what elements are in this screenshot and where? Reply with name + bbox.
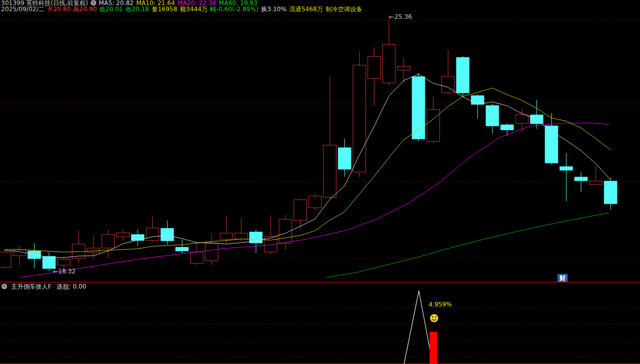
candle-body bbox=[0, 252, 11, 267]
candle-body bbox=[501, 125, 514, 130]
candle-body bbox=[397, 67, 410, 70]
candle-body bbox=[383, 44, 395, 83]
header-field: 量16958 bbox=[152, 6, 177, 13]
candle-body bbox=[58, 259, 70, 265]
candle-body bbox=[590, 181, 602, 184]
candle-body bbox=[471, 96, 484, 104]
smiley-eye bbox=[435, 316, 437, 318]
candle-body bbox=[324, 145, 336, 197]
ma5-line bbox=[5, 74, 610, 258]
header-field: 2025/09/02/二 bbox=[1, 6, 44, 13]
candle-body bbox=[235, 233, 248, 239]
candle-body bbox=[604, 181, 617, 204]
finance-badge[interactable]: 财 bbox=[557, 274, 568, 282]
candle-body bbox=[131, 235, 144, 240]
ma10-line bbox=[5, 88, 610, 252]
candle-body bbox=[176, 247, 189, 251]
header-field: 收20.18 bbox=[125, 6, 149, 13]
candle-body bbox=[353, 65, 366, 172]
candle-body bbox=[191, 252, 203, 263]
candle-body bbox=[117, 233, 129, 237]
header-field: 开20.80 bbox=[47, 6, 70, 13]
low-price-annotation: ←18.32 bbox=[53, 268, 75, 275]
candle-body bbox=[516, 115, 528, 123]
candle-body bbox=[338, 148, 351, 169]
candle-body bbox=[87, 248, 100, 253]
header-field: 额3444万 bbox=[180, 6, 208, 13]
indicator-name: 主升倒车接人F bbox=[11, 283, 51, 290]
candle-body bbox=[530, 115, 543, 124]
indicator-circle-icon[interactable]: ∨ bbox=[2, 284, 7, 289]
header-field: 换3.10% bbox=[261, 6, 286, 13]
candle-body bbox=[43, 257, 56, 269]
signal-percent-label: 4.959% bbox=[429, 301, 452, 308]
candle-body bbox=[575, 177, 588, 181]
header-line-2: 2025/09/02/二开20.80高20.90低20.01收20.18量169… bbox=[1, 6, 365, 12]
candle-body bbox=[161, 229, 174, 241]
candle-body bbox=[294, 200, 307, 220]
candle-body bbox=[102, 235, 115, 248]
candle-body bbox=[368, 57, 381, 79]
smiley-eye bbox=[432, 316, 434, 318]
candle-body bbox=[205, 243, 218, 261]
panel-separator bbox=[0, 282, 640, 283]
smiley-icon bbox=[430, 314, 438, 322]
candle-body bbox=[457, 58, 469, 93]
stock-circle-icon[interactable]: ∨ bbox=[91, 0, 96, 6]
header-field: 流通5468万 bbox=[289, 6, 323, 13]
candle-body bbox=[146, 228, 159, 240]
candle-body bbox=[560, 166, 573, 170]
signal-bar bbox=[430, 332, 437, 364]
header-field: 高20.90 bbox=[73, 6, 97, 13]
header-field: 幅-0.60(-2.89%) bbox=[210, 6, 258, 13]
header-field: 低20.01 bbox=[99, 6, 123, 13]
indicator-value: 选股: 0.00 bbox=[57, 283, 87, 290]
chart-generated bbox=[0, 15, 640, 364]
candle-body bbox=[412, 77, 425, 139]
candle-body bbox=[309, 196, 322, 208]
ma60-line bbox=[326, 213, 609, 277]
candle-body bbox=[486, 105, 499, 126]
main-chart-canvas[interactable]: ←25.36 ←18.32 4.959% bbox=[0, 0, 640, 364]
candle-body bbox=[220, 233, 233, 239]
sub-indicator-header: ∨主升倒车接人F选股: 0.00 bbox=[2, 283, 86, 290]
high-price-annotation: ←25.36 bbox=[389, 13, 412, 20]
candle-body bbox=[427, 109, 440, 142]
header-field: 制冷空调设备 bbox=[326, 6, 362, 13]
